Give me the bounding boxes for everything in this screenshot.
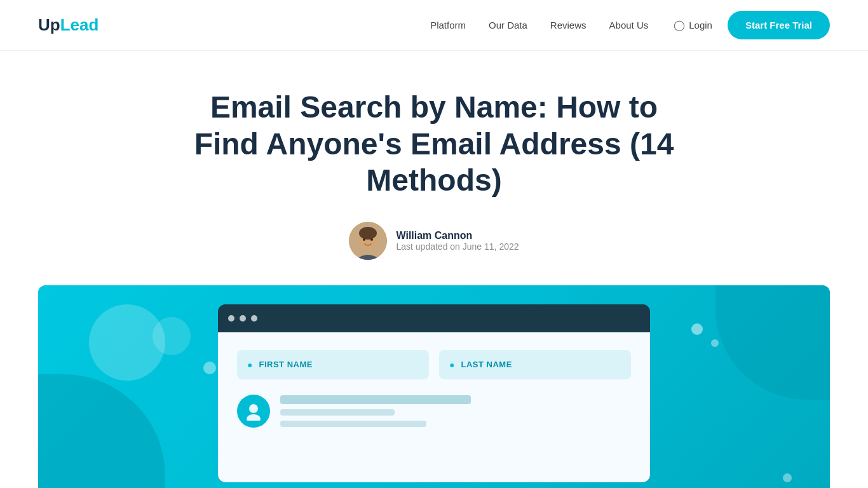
svg-point-4 bbox=[370, 238, 373, 241]
svg-point-5 bbox=[249, 404, 258, 413]
author-info: William Cannon Last updated on June 11, … bbox=[396, 230, 519, 252]
result-avatar bbox=[237, 395, 270, 428]
browser-dot-1 bbox=[228, 315, 234, 322]
author-avatar-image bbox=[349, 222, 387, 260]
featured-image: ● FIRST NAME ● LAST NAME bbox=[38, 285, 830, 488]
svg-point-6 bbox=[247, 414, 261, 421]
first-name-icon: ● bbox=[247, 360, 252, 370]
last-name-field: ● LAST NAME bbox=[439, 350, 631, 379]
logo[interactable]: UpLead bbox=[38, 15, 98, 35]
deco-circle-5 bbox=[711, 339, 719, 347]
login-link[interactable]: ◯ Login bbox=[674, 19, 712, 31]
result-line-3 bbox=[280, 421, 426, 427]
nav-link-about-us[interactable]: About Us bbox=[609, 20, 649, 30]
nav-link-reviews[interactable]: Reviews bbox=[550, 20, 587, 30]
side-blob-left bbox=[38, 374, 165, 488]
svg-point-2 bbox=[359, 227, 377, 240]
hero-section: Email Search by Name: How to Find Anyone… bbox=[0, 51, 868, 285]
nav-item-our-data[interactable]: Our Data bbox=[489, 20, 527, 31]
nav-links: Platform Our Data Reviews About Us bbox=[430, 20, 648, 31]
svg-point-3 bbox=[363, 238, 365, 241]
user-icon: ◯ bbox=[674, 19, 685, 31]
start-free-trial-button[interactable]: Start Free Trial bbox=[728, 11, 830, 39]
article-title: Email Search by Name: How to Find Anyone… bbox=[180, 89, 688, 199]
author-name: William Cannon bbox=[396, 230, 519, 241]
result-line-1 bbox=[280, 395, 471, 404]
navigation: UpLead Platform Our Data Reviews About U… bbox=[0, 0, 868, 51]
nav-item-reviews[interactable]: Reviews bbox=[550, 20, 587, 31]
result-lines bbox=[280, 395, 471, 427]
nav-item-about-us[interactable]: About Us bbox=[609, 20, 649, 31]
side-blob-right bbox=[715, 285, 830, 400]
nav-item-platform[interactable]: Platform bbox=[430, 20, 466, 31]
result-line-2 bbox=[280, 409, 395, 416]
browser-bar bbox=[218, 304, 650, 332]
first-name-label: FIRST NAME bbox=[259, 360, 312, 369]
form-row: ● FIRST NAME ● LAST NAME bbox=[237, 350, 631, 379]
browser-mockup: ● FIRST NAME ● LAST NAME bbox=[218, 304, 650, 482]
featured-image-inner: ● FIRST NAME ● LAST NAME bbox=[38, 285, 830, 488]
deco-circle-2 bbox=[153, 317, 191, 355]
deco-circle-6 bbox=[783, 473, 792, 482]
result-avatar-image bbox=[244, 402, 263, 421]
author-block: William Cannon Last updated on June 11, … bbox=[13, 222, 855, 260]
author-date: Last updated on June 11, 2022 bbox=[396, 241, 519, 252]
last-name-label: LAST NAME bbox=[461, 360, 512, 369]
browser-dot-2 bbox=[240, 315, 246, 322]
first-name-field: ● FIRST NAME bbox=[237, 350, 429, 379]
browser-dot-3 bbox=[251, 315, 257, 322]
result-row bbox=[237, 395, 631, 428]
author-avatar bbox=[349, 222, 387, 260]
deco-circle-3 bbox=[203, 362, 216, 374]
deco-circle-4 bbox=[691, 323, 703, 335]
logo-lead: Lead bbox=[60, 15, 99, 35]
last-name-icon: ● bbox=[449, 360, 454, 370]
login-label: Login bbox=[689, 20, 712, 30]
browser-content: ● FIRST NAME ● LAST NAME bbox=[218, 332, 650, 482]
nav-link-our-data[interactable]: Our Data bbox=[489, 20, 527, 30]
nav-link-platform[interactable]: Platform bbox=[430, 20, 466, 30]
logo-up: Up bbox=[38, 15, 60, 35]
